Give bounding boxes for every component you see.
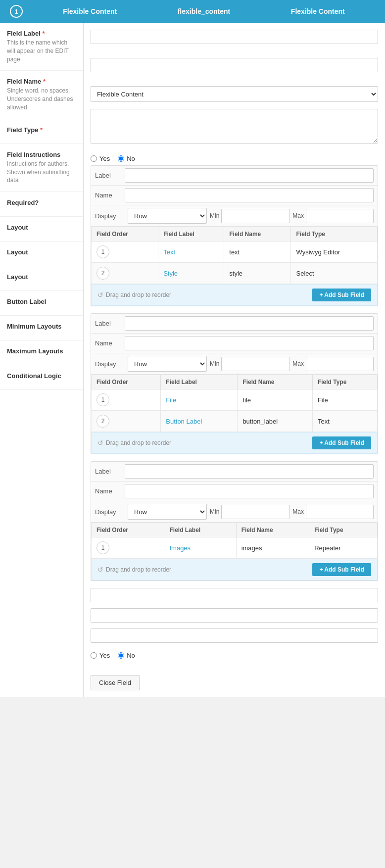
required-yes-label[interactable]: Yes <box>91 155 110 162</box>
step-indicator: 1 <box>10 5 23 18</box>
sidebar-required-title: Required? <box>7 199 76 206</box>
close-field-button[interactable]: Close Field <box>91 675 140 690</box>
header-section-3: Flexible Content <box>291 7 345 15</box>
sidebar-min-layouts-row: Minimum Layouts <box>0 316 83 340</box>
th-field-type-2: Field Type <box>312 375 377 389</box>
conditional-yes-radio[interactable] <box>91 652 97 659</box>
sidebar-layout1-row: Layout <box>0 217 83 241</box>
layout-gallery-display-select[interactable]: Row <box>128 504 207 520</box>
table-row: 1 File file File <box>92 389 378 411</box>
layout-download-name-row: Name download <box>91 334 378 353</box>
add-sub-field-btn-3[interactable]: + Add Sub Field <box>312 563 371 576</box>
sidebar-field-type-title: Field Type * <box>7 126 76 134</box>
layout-download-label-input[interactable]: Download <box>125 316 374 331</box>
subfield-name-cell: style <box>224 263 291 284</box>
subfield-type-cell: Wysiwyg Editor <box>291 241 378 263</box>
max-layouts-input[interactable] <box>91 628 378 643</box>
th-field-label-2: Field Label <box>161 375 238 389</box>
conditional-yes-label[interactable]: Yes <box>91 652 110 659</box>
required-radio-group: Yes No <box>91 152 378 165</box>
sidebar-layout1-title: Layout <box>7 224 76 231</box>
layout-download-name-input[interactable]: download <box>125 336 374 350</box>
layout-gallery-section: Label Gallery Name gallery Display Row M… <box>91 461 378 581</box>
max-layouts-group <box>91 628 378 643</box>
field-instructions-group <box>91 109 378 145</box>
subfield-label-link[interactable]: Button Label <box>166 418 202 425</box>
sidebar-layout2-row: Layout <box>0 241 83 266</box>
layout-download-section: Label Download Name download Display Row… <box>91 313 378 454</box>
layout-content-name-row: Name Content <box>91 186 378 205</box>
th-field-order-1: Field Order <box>92 227 158 241</box>
sidebar-field-label-title: Field Label * <box>7 30 76 37</box>
layout-content-display-select[interactable]: Row <box>128 208 207 224</box>
subfield-name-cell: button_label <box>238 411 313 432</box>
field-name-input[interactable]: flexible_content <box>91 58 378 72</box>
add-sub-field-btn-2[interactable]: + Add Sub Field <box>312 436 371 449</box>
field-instructions-input[interactable] <box>91 109 378 144</box>
field-label-input[interactable]: Flexible Content <box>91 30 378 44</box>
layout-gallery-max-input[interactable] <box>306 505 374 519</box>
subfield-label-link[interactable]: Style <box>163 270 178 277</box>
layout-download-label-row: Label Download <box>91 314 378 334</box>
table-row: 2 Style style Select <box>92 263 378 284</box>
sidebar-field-type-row: Field Type * <box>0 119 83 144</box>
drag-add-row-3: ↺ Drag and drop to reorder + Add Sub Fie… <box>91 559 378 580</box>
sidebar-conditional-row: Conditional Logic <box>0 365 83 390</box>
layout-content-section: Label Content Name Content Display Row M… <box>91 165 378 306</box>
layout-gallery-name-row: Name gallery <box>91 482 378 501</box>
layout-download-display-select[interactable]: Row <box>128 356 207 372</box>
required-no-radio[interactable] <box>118 155 124 162</box>
order-circle: 1 <box>96 393 109 406</box>
th-field-name-1: Field Name <box>224 227 291 241</box>
order-circle: 1 <box>96 245 109 258</box>
layout-gallery-label-input[interactable]: Gallery <box>125 464 374 479</box>
sidebar-field-name-row: Field Name * Single word, no spaces. Und… <box>0 71 83 119</box>
layout-gallery-name-input[interactable]: gallery <box>125 484 374 498</box>
layout-gallery-min-input[interactable] <box>221 505 289 519</box>
th-field-name-2: Field Name <box>238 375 313 389</box>
subfield-name-cell: text <box>224 241 291 263</box>
subfield-label-link[interactable]: Images <box>169 544 191 552</box>
sidebar-required-row: Required? <box>0 192 83 217</box>
th-field-order-2: Field Order <box>92 375 161 389</box>
sidebar-layout3-row: Layout <box>0 266 83 291</box>
button-label-input[interactable]: Add Row <box>91 588 378 602</box>
layout-content-label-row: Label Content <box>91 166 378 186</box>
th-field-label-1: Field Label <box>158 227 224 241</box>
button-label-group: Add Row <box>91 588 378 602</box>
conditional-no-label[interactable]: No <box>118 652 135 659</box>
min-layouts-group <box>91 608 378 623</box>
conditional-no-radio[interactable] <box>118 652 124 659</box>
top-header: 1 Flexible Content flexible_content Flex… <box>0 0 385 23</box>
layout-download-min-input[interactable] <box>221 357 289 371</box>
sidebar-max-layouts-title: Maximum Layouts <box>7 347 76 355</box>
sidebar-field-name-title: Field Name * <box>7 78 76 85</box>
sidebar-instructions-title: Field Instructions <box>7 151 76 158</box>
field-type-select[interactable]: Flexible Content <box>91 86 378 102</box>
layout-content-min-input[interactable] <box>221 209 289 223</box>
layout-content-name-input[interactable]: Content <box>125 188 374 202</box>
layout-content-label-input[interactable]: Content <box>125 168 374 183</box>
add-sub-field-btn-1[interactable]: + Add Sub Field <box>312 289 371 301</box>
layout-download-subfields-table: Field Order Field Label Field Name Field… <box>91 375 378 432</box>
subfield-type-cell: Select <box>291 263 378 284</box>
subfield-name-cell: images <box>236 537 309 559</box>
layout-content-max-input[interactable] <box>306 209 374 223</box>
drag-add-row-1: ↺ Drag and drop to reorder + Add Sub Fie… <box>91 284 378 306</box>
required-yes-radio[interactable] <box>91 155 97 162</box>
conditional-logic-group: Yes No <box>91 649 378 662</box>
close-field-wrapper: Close Field <box>91 670 378 690</box>
min-layouts-input[interactable] <box>91 608 378 623</box>
layout-download-max-input[interactable] <box>306 357 374 371</box>
sidebar-button-label-title: Button Label <box>7 298 76 305</box>
main-container: Field Label * This is the name which wil… <box>0 23 385 697</box>
sidebar-layout3-title: Layout <box>7 273 76 281</box>
drag-text-2: ↺ Drag and drop to reorder <box>97 439 171 447</box>
layout-gallery-label-row: Label Gallery <box>91 462 378 482</box>
table-row: 2 Button Label button_label Text <box>92 411 378 432</box>
subfield-type-cell: Text <box>312 411 377 432</box>
layout-content-display-row: Display Row Min Max <box>91 205 378 227</box>
subfield-label-link[interactable]: File <box>166 396 176 404</box>
subfield-label-link[interactable]: Text <box>163 248 175 256</box>
required-no-label[interactable]: No <box>118 155 135 162</box>
